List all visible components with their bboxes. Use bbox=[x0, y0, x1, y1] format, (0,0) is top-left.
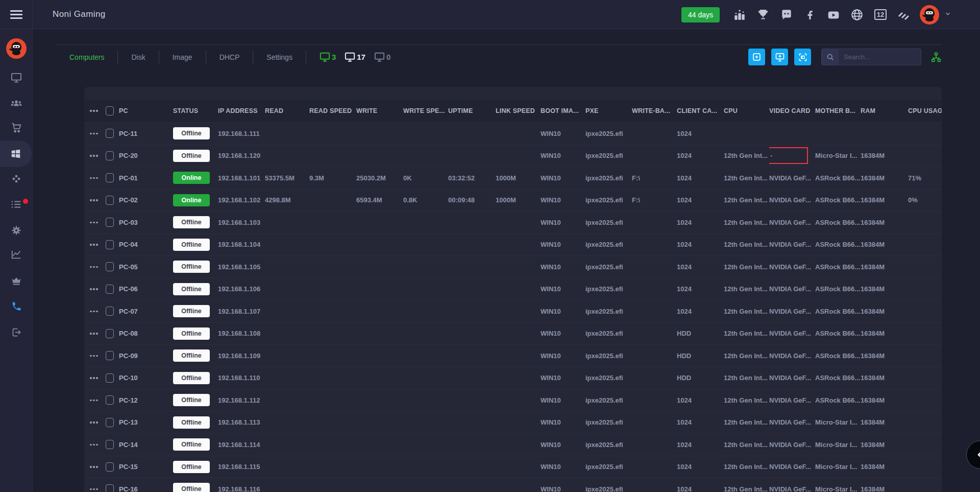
trophy-icon[interactable] bbox=[755, 7, 771, 22]
tab-computers[interactable]: Computers bbox=[56, 51, 118, 64]
sidebar-item-logout[interactable] bbox=[0, 321, 33, 343]
sidebar-item-premium[interactable] bbox=[0, 270, 33, 292]
row-actions-menu[interactable] bbox=[84, 355, 104, 357]
row-actions-menu[interactable] bbox=[84, 222, 104, 224]
network-tree-icon[interactable] bbox=[930, 52, 942, 63]
table-row[interactable]: PC-08Offline192.168.1.108WIN10ipxe2025.e… bbox=[84, 323, 942, 345]
column-header[interactable]: IP ADDRESS bbox=[218, 107, 265, 114]
row-checkbox[interactable] bbox=[106, 106, 114, 115]
row-actions-menu[interactable] bbox=[84, 311, 104, 313]
tab-settings[interactable]: Settings bbox=[253, 51, 306, 64]
sidebar-item-windows[interactable] bbox=[0, 140, 32, 167]
row-checkbox[interactable] bbox=[106, 173, 114, 182]
table-row[interactable]: PC-06Offline192.168.1.106WIN10ipxe2025.e… bbox=[84, 278, 942, 301]
row-actions-menu[interactable] bbox=[84, 421, 104, 424]
sidebar-item-monitors[interactable] bbox=[0, 66, 33, 89]
sidebar-item-settings[interactable] bbox=[0, 219, 33, 242]
license-days-badge[interactable]: 44 days bbox=[681, 7, 720, 22]
sidebar-item-tasks[interactable] bbox=[0, 193, 33, 216]
column-header[interactable]: READ bbox=[265, 107, 309, 114]
table-row[interactable]: PC-15Offline192.168.1.115WIN10ipxe2025.e… bbox=[84, 456, 942, 479]
sidebar-item-stats[interactable] bbox=[0, 243, 33, 266]
ranking-icon[interactable] bbox=[732, 7, 747, 22]
search-input[interactable] bbox=[839, 53, 921, 61]
row-checkbox[interactable] bbox=[106, 395, 114, 405]
monitor-count-gray[interactable]: 0 bbox=[374, 52, 390, 62]
row-checkbox[interactable] bbox=[106, 262, 114, 271]
table-row[interactable]: PC-02Online192.168.1.1024298.8M6593.4M0.… bbox=[84, 190, 942, 212]
row-checkbox[interactable] bbox=[106, 484, 114, 492]
table-row[interactable]: PC-12Offline192.168.1.112WIN10ipxe2025.e… bbox=[84, 389, 942, 412]
row-actions-menu[interactable] bbox=[84, 177, 104, 179]
discord-icon[interactable] bbox=[779, 7, 794, 22]
tab-image[interactable]: Image bbox=[159, 51, 206, 64]
tab-disk[interactable]: Disk bbox=[118, 51, 159, 64]
globe-icon[interactable] bbox=[849, 7, 865, 22]
row-checkbox[interactable] bbox=[106, 351, 114, 360]
table-row[interactable]: PC-11Offline192.168.1.111WIN10ipxe2025.e… bbox=[84, 123, 942, 145]
table-row[interactable]: PC-07Offline192.168.1.107WIN10ipxe2025.e… bbox=[84, 300, 942, 323]
column-header[interactable]: CPU bbox=[724, 107, 769, 114]
table-row[interactable]: PC-03Offline192.168.1.103WIN10ipxe2025.e… bbox=[84, 212, 942, 234]
row-checkbox[interactable] bbox=[106, 285, 114, 294]
brand-logo[interactable] bbox=[6, 38, 27, 59]
row-actions-menu[interactable] bbox=[84, 377, 104, 379]
youtube-icon[interactable] bbox=[826, 7, 841, 22]
monitor-count-green[interactable]: 3 bbox=[320, 52, 336, 62]
add-button[interactable] bbox=[748, 49, 765, 65]
add-computer-button[interactable] bbox=[771, 49, 788, 65]
column-header[interactable]: PXE bbox=[585, 107, 632, 114]
column-header[interactable]: WRITE-BA... bbox=[632, 107, 677, 114]
row-actions-menu[interactable] bbox=[84, 155, 104, 157]
row-actions-menu[interactable] bbox=[84, 266, 104, 268]
row-checkbox[interactable] bbox=[106, 218, 114, 227]
row-checkbox[interactable] bbox=[106, 196, 114, 205]
row-actions-menu[interactable] bbox=[84, 110, 104, 112]
layers-logo-icon[interactable] bbox=[896, 7, 912, 22]
image-capture-button[interactable] bbox=[794, 49, 811, 65]
row-actions-menu[interactable] bbox=[84, 444, 104, 446]
menu-toggle-button[interactable] bbox=[10, 10, 22, 19]
table-row[interactable]: PC-14Offline192.168.1.114WIN10ipxe2025.e… bbox=[84, 434, 942, 456]
table-row[interactable]: PC-10Offline192.168.1.110WIN10ipxe2025.e… bbox=[84, 367, 942, 390]
column-header[interactable]: CPU USAGE bbox=[908, 107, 942, 114]
table-row[interactable]: PC-13Offline192.168.1.113WIN10ipxe2025.e… bbox=[84, 412, 942, 434]
sidebar-item-users[interactable] bbox=[0, 92, 33, 114]
row-actions-menu[interactable] bbox=[84, 400, 104, 402]
table-row[interactable]: PC-05Offline192.168.1.105WIN10ipxe2025.e… bbox=[84, 256, 942, 278]
table-row[interactable]: PC-04Offline192.168.1.104WIN10ipxe2025.e… bbox=[84, 234, 942, 256]
side-panel-toggle-button[interactable] bbox=[966, 440, 980, 469]
column-header[interactable]: LINK SPEED bbox=[496, 107, 541, 114]
row-checkbox[interactable] bbox=[106, 440, 114, 449]
row-checkbox[interactable] bbox=[106, 462, 114, 472]
row-checkbox[interactable] bbox=[106, 373, 114, 383]
row-actions-menu[interactable] bbox=[84, 488, 104, 490]
table-row[interactable]: PC-16Offline192.168.1.116WIN10ipxe2025.e… bbox=[84, 478, 942, 492]
monitor-count-white[interactable]: 17 bbox=[345, 52, 365, 62]
i2-logo-icon[interactable]: 12 bbox=[873, 7, 888, 22]
row-actions-menu[interactable] bbox=[84, 199, 104, 201]
column-header[interactable]: MOTHER B... bbox=[815, 107, 861, 114]
column-header[interactable]: WRITE bbox=[356, 107, 403, 114]
column-header[interactable]: RAM bbox=[861, 107, 908, 114]
column-header[interactable]: UPTIME bbox=[448, 107, 496, 114]
tab-dhcp[interactable]: DHCP bbox=[206, 51, 254, 64]
row-checkbox[interactable] bbox=[106, 307, 114, 316]
column-header[interactable]: VIDEO CARD bbox=[769, 107, 815, 114]
sidebar-item-games[interactable] bbox=[0, 168, 33, 190]
column-header[interactable]: READ SPEED bbox=[309, 107, 356, 114]
column-header[interactable]: STATUS bbox=[173, 107, 218, 114]
column-header[interactable]: BOOT IMA... bbox=[541, 107, 585, 114]
row-checkbox[interactable] bbox=[106, 151, 114, 160]
sidebar-item-cart[interactable] bbox=[0, 116, 33, 139]
row-actions-menu[interactable] bbox=[84, 133, 104, 135]
facebook-icon[interactable] bbox=[802, 7, 818, 22]
user-avatar[interactable] bbox=[920, 5, 939, 25]
row-checkbox[interactable] bbox=[106, 240, 114, 249]
column-header[interactable]: PC bbox=[119, 107, 173, 114]
row-checkbox[interactable] bbox=[106, 129, 114, 138]
row-actions-menu[interactable] bbox=[84, 288, 104, 290]
table-row[interactable]: PC-01Online192.168.1.10153375.5M9.3M2503… bbox=[84, 167, 942, 190]
table-row[interactable]: PC-20Offline192.168.1.120WIN10ipxe2025.e… bbox=[84, 145, 942, 168]
row-checkbox[interactable] bbox=[106, 418, 114, 427]
